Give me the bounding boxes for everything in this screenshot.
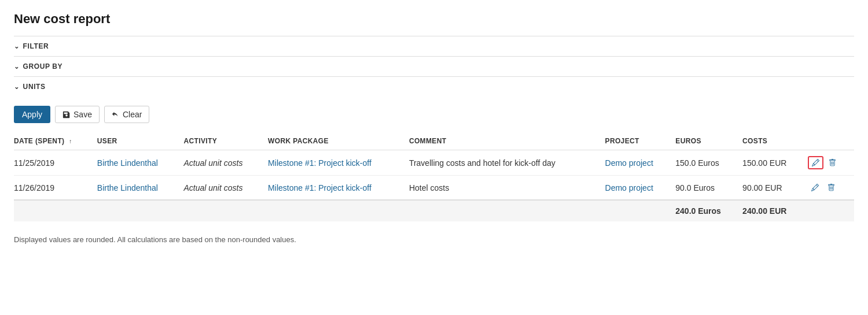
totals-costs: 240.00 EUR: [742, 200, 808, 221]
col-header-costs: COSTS: [742, 132, 808, 150]
cell-euros: 90.0 Euros: [675, 176, 742, 201]
col-header-project: PROJECT: [605, 132, 676, 150]
page-title: New cost report: [14, 12, 854, 27]
group-by-label: GROUP BY: [23, 62, 63, 71]
group-by-toggle[interactable]: ⌄ GROUP BY: [14, 62, 854, 71]
col-header-work-package: WORK PACKAGE: [268, 132, 409, 150]
cell-actions: [808, 176, 854, 201]
sort-arrow-date: ↑: [69, 138, 72, 144]
totals-row: 240.0 Euros 240.00 EUR: [14, 200, 854, 221]
save-label: Save: [73, 110, 92, 119]
units-toggle[interactable]: ⌄ UNITS: [14, 83, 854, 91]
table-header-row: DATE (SPENT) ↑ USER ACTIVITY WORK PACKAG…: [14, 132, 854, 150]
toolbar: Apply Save Clear: [14, 97, 854, 130]
col-header-comment: COMMENT: [409, 132, 605, 150]
pencil-icon: [811, 184, 819, 191]
col-header-user: USER: [97, 132, 184, 150]
cost-report-table: DATE (SPENT) ↑ USER ACTIVITY WORK PACKAG…: [14, 132, 854, 221]
edit-button[interactable]: [808, 156, 823, 169]
col-header-activity: ACTIVITY: [183, 132, 268, 150]
clear-label: Clear: [123, 110, 142, 119]
col-header-date[interactable]: DATE (SPENT) ↑: [14, 132, 97, 150]
units-chevron-icon: ⌄: [14, 83, 20, 91]
footer-note: Displayed values are rounded. All calcul…: [14, 235, 854, 244]
cell-comment: Travelling costs and hotel for kick-off …: [409, 150, 605, 176]
delete-button[interactable]: [826, 157, 839, 168]
col-header-euros: EUROS: [675, 132, 742, 150]
cell-project[interactable]: Demo project: [605, 150, 676, 176]
cell-user[interactable]: Birthe Lindenthal: [97, 176, 184, 201]
cell-project[interactable]: Demo project: [605, 176, 676, 201]
edit-button[interactable]: [808, 181, 822, 194]
cell-actions: [808, 150, 854, 176]
col-header-actions: [808, 132, 854, 150]
save-icon: [62, 110, 71, 118]
cell-date: 11/26/2019: [14, 176, 97, 201]
filter-toggle[interactable]: ⌄ FILTER: [14, 42, 854, 50]
cell-date: 11/25/2019: [14, 150, 97, 176]
apply-button[interactable]: Apply: [14, 106, 50, 123]
pencil-icon: [812, 159, 819, 166]
units-section: ⌄ UNITS: [14, 76, 854, 97]
cell-euros: 150.0 Euros: [675, 150, 742, 176]
save-button[interactable]: Save: [55, 106, 100, 123]
filter-chevron-icon: ⌄: [14, 43, 20, 50]
totals-euros: 240.0 Euros: [675, 200, 742, 221]
cell-costs: 90.00 EUR: [742, 176, 808, 201]
cell-costs: 150.00 EUR: [742, 150, 808, 176]
group-by-section: ⌄ GROUP BY: [14, 56, 854, 76]
clear-button[interactable]: Clear: [104, 106, 149, 123]
filter-label: FILTER: [23, 42, 49, 50]
trash-icon: [827, 184, 835, 191]
cell-activity: Actual unit costs: [183, 150, 268, 176]
group-by-chevron-icon: ⌄: [14, 63, 20, 71]
cell-user[interactable]: Birthe Lindenthal: [97, 150, 184, 176]
cell-work-package[interactable]: Milestone #1: Project kick-off: [268, 150, 409, 176]
filter-section: ⌄ FILTER: [14, 36, 854, 56]
cell-work-package[interactable]: Milestone #1: Project kick-off: [268, 176, 409, 201]
delete-button[interactable]: [825, 182, 838, 193]
table-row: 11/26/2019Birthe LindenthalActual unit c…: [14, 176, 854, 201]
units-label: UNITS: [23, 83, 46, 91]
table-row: 11/25/2019Birthe LindenthalActual unit c…: [14, 150, 854, 176]
cell-comment: Hotel costs: [409, 176, 605, 201]
trash-icon: [829, 159, 836, 166]
undo-icon: [112, 110, 120, 118]
cell-activity: Actual unit costs: [183, 176, 268, 201]
